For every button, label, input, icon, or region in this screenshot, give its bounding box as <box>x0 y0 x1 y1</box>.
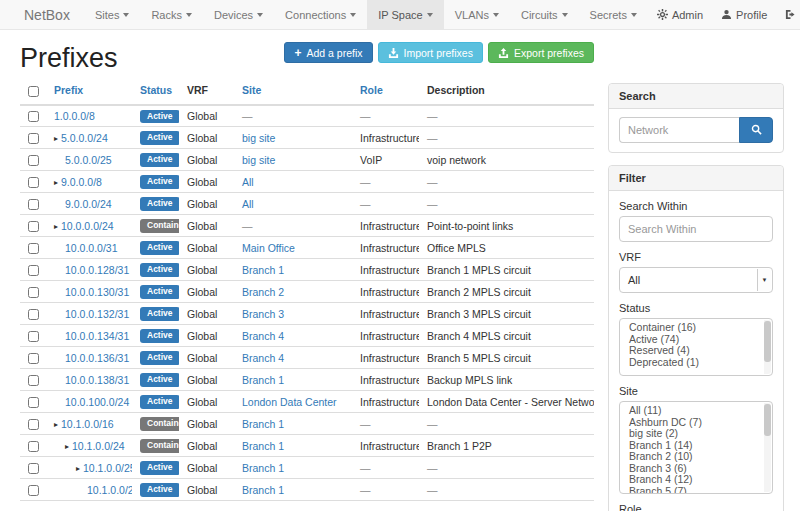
prefix-link[interactable]: 10.0.0.0/24 <box>61 220 114 232</box>
prefix-link[interactable]: 10.0.0.132/31 <box>65 308 129 320</box>
site-link[interactable]: Branch 1 <box>242 440 284 452</box>
nav-item-log-out[interactable]: Log out <box>776 0 800 29</box>
status-badge: Active <box>140 307 179 321</box>
nav-item-racks[interactable]: Racks <box>140 0 203 29</box>
table-row: ▸9.0.0.0/8ActiveGlobalAll—— <box>20 171 594 193</box>
prefix-link[interactable]: 5.0.0.0/25 <box>65 154 112 166</box>
site-option[interactable]: All (11) <box>620 405 762 417</box>
prefix-link[interactable]: 10.1.0.0/24 <box>72 440 125 452</box>
table-row: 1.0.0.0/8ActiveGlobal——— <box>20 105 594 127</box>
site-link[interactable]: Branch 1 <box>242 484 284 496</box>
status-option[interactable]: Container (16) <box>620 322 762 334</box>
row-checkbox[interactable] <box>28 133 39 144</box>
site-link[interactable]: Branch 4 <box>242 330 284 342</box>
status-listbox[interactable]: Container (16)Active (74)Reserved (4)Dep… <box>619 318 773 376</box>
site-option[interactable]: big site (2) <box>620 428 762 440</box>
site-option[interactable]: Branch 4 (12) <box>620 474 762 486</box>
prefix-link[interactable]: 10.1.0.0/25 <box>83 462 132 474</box>
status-option[interactable]: Deprecated (1) <box>620 357 762 369</box>
row-checkbox[interactable] <box>28 221 39 232</box>
prefix-link[interactable]: 1.0.0.0/8 <box>54 110 95 122</box>
row-checkbox[interactable] <box>28 243 39 254</box>
brand-link[interactable]: NetBox <box>14 0 84 29</box>
nav-item-admin[interactable]: Admin <box>648 0 712 29</box>
site-link[interactable]: Branch 2 <box>242 286 284 298</box>
nav-item-circuits[interactable]: Circuits <box>510 0 579 29</box>
search-button[interactable] <box>739 117 773 143</box>
site-link[interactable]: Branch 4 <box>242 352 284 364</box>
nav-item-profile[interactable]: Profile <box>712 0 776 29</box>
nav-item-connections[interactable]: Connections <box>274 0 367 29</box>
description-value: Branch 1 MPLS circuit <box>427 264 531 276</box>
site-link[interactable]: Branch 1 <box>242 264 284 276</box>
status-option[interactable]: Reserved (4) <box>620 345 762 357</box>
site-link[interactable]: All <box>242 176 254 188</box>
vrf-select[interactable]: All ▼ <box>619 267 773 293</box>
row-checkbox[interactable] <box>28 375 39 386</box>
row-checkbox[interactable] <box>28 287 39 298</box>
add-a-prefix-button[interactable]: +Add a prefix <box>284 42 372 63</box>
row-checkbox[interactable] <box>28 485 39 496</box>
vrf-value: Global <box>187 396 217 408</box>
row-checkbox[interactable] <box>28 331 39 342</box>
row-checkbox[interactable] <box>28 111 39 122</box>
column-header-status[interactable]: Status <box>132 80 179 105</box>
search-input[interactable] <box>619 117 739 143</box>
prefix-link[interactable]: 10.0.100.0/24 <box>65 396 129 408</box>
site-link[interactable]: Branch 3 <box>242 308 284 320</box>
prefix-link[interactable]: 9.0.0.0/8 <box>61 176 102 188</box>
site-link[interactable]: big site <box>242 132 275 144</box>
row-checkbox[interactable] <box>28 199 39 210</box>
row-checkbox[interactable] <box>28 419 39 430</box>
site-link[interactable]: Branch 1 <box>242 374 284 386</box>
prefix-link[interactable]: 10.0.0.130/31 <box>65 286 129 298</box>
prefix-link[interactable]: 10.0.0.0/31 <box>65 242 118 254</box>
row-checkbox[interactable] <box>28 397 39 408</box>
row-checkbox[interactable] <box>28 309 39 320</box>
row-checkbox[interactable] <box>28 463 39 474</box>
column-header-prefix[interactable]: Prefix <box>46 80 132 105</box>
prefix-link[interactable]: 10.0.0.134/31 <box>65 330 129 342</box>
select-all-checkbox[interactable] <box>28 86 39 97</box>
description-value: voip network <box>427 154 486 166</box>
export-prefixes-button[interactable]: Export prefixes <box>488 42 594 63</box>
site-listbox[interactable]: All (11)Ashburn DC (7)big site (2)Branch… <box>619 401 773 494</box>
prefix-link[interactable]: 10.0.0.128/31 <box>65 264 129 276</box>
prefix-link[interactable]: 9.0.0.0/24 <box>65 198 112 210</box>
export-icon <box>498 47 509 58</box>
prefix-link[interactable]: 5.0.0.0/24 <box>61 132 108 144</box>
row-checkbox[interactable] <box>28 441 39 452</box>
status-badge: Active <box>140 329 179 343</box>
row-checkbox[interactable] <box>28 353 39 364</box>
nav-item-ip-space[interactable]: IP Space <box>367 0 443 29</box>
prefix-link[interactable]: 10.1.0.0/16 <box>61 418 114 430</box>
import-prefixes-button[interactable]: Import prefixes <box>378 42 483 63</box>
nav-item-sites[interactable]: Sites <box>84 0 140 29</box>
nav-item-vlans[interactable]: VLANs <box>444 0 510 29</box>
site-option[interactable]: Branch 5 (7) <box>620 486 762 495</box>
row-checkbox[interactable] <box>28 265 39 276</box>
column-header-role[interactable]: Role <box>352 80 419 105</box>
scrollbar[interactable] <box>764 403 771 492</box>
prefix-link[interactable]: 10.0.0.138/31 <box>65 374 129 386</box>
site-link[interactable]: Branch 1 <box>242 418 284 430</box>
row-checkbox[interactable] <box>28 155 39 166</box>
site-link[interactable]: big site <box>242 154 275 166</box>
site-link[interactable]: Main Office <box>242 242 295 254</box>
search-panel: Search <box>608 83 784 153</box>
prefix-link[interactable]: 10.0.0.136/31 <box>65 352 129 364</box>
tree-expand-icon: ▸ <box>54 420 58 429</box>
row-checkbox[interactable] <box>28 177 39 188</box>
prefix-link[interactable]: 10.1.0.0/26 <box>87 484 132 496</box>
site-empty: — <box>242 110 253 122</box>
column-header-site[interactable]: Site <box>234 80 352 105</box>
site-link[interactable]: London Data Center <box>242 396 337 408</box>
nav-item-devices[interactable]: Devices <box>203 0 274 29</box>
column-header-vrf: VRF <box>179 80 234 105</box>
site-link[interactable]: All <box>242 198 254 210</box>
scrollbar[interactable] <box>764 320 771 374</box>
site-link[interactable]: Branch 1 <box>242 462 284 474</box>
search-within-input[interactable] <box>619 216 773 242</box>
site-option[interactable]: Branch 2 (10) <box>620 451 762 463</box>
nav-item-secrets[interactable]: Secrets <box>579 0 648 29</box>
